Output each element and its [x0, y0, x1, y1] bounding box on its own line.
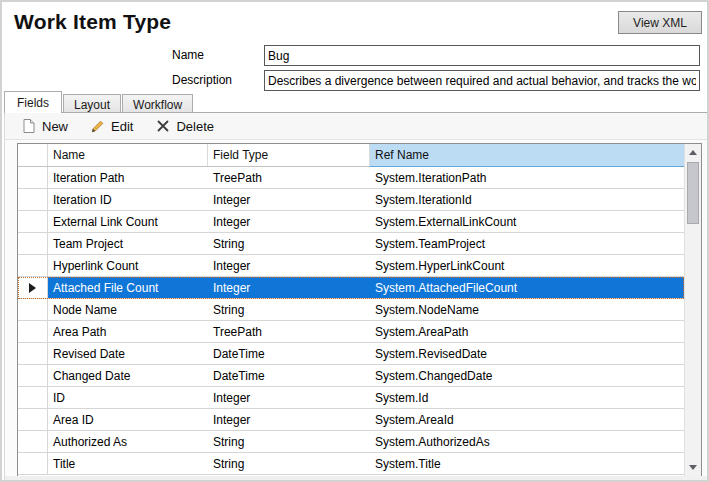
fields-tab-panel: New Edit Delete: [4, 112, 709, 481]
scroll-up-button[interactable]: [685, 144, 701, 161]
scroll-up-icon: [689, 150, 697, 155]
row-selector-cell[interactable]: [18, 321, 48, 342]
name-field[interactable]: [264, 45, 700, 66]
cell-name: Changed Date: [48, 365, 208, 386]
tab-workflow[interactable]: Workflow: [122, 94, 193, 113]
grid-header-row: Name Field Type Ref Name: [18, 144, 684, 167]
table-row[interactable]: Iteration PathTreePathSystem.IterationPa…: [18, 167, 684, 189]
scroll-down-button[interactable]: [685, 459, 701, 476]
row-selector-cell[interactable]: [18, 233, 48, 254]
cell-ref-name: System.AttachedFileCount: [370, 277, 684, 298]
table-row[interactable]: Iteration IDIntegerSystem.IterationId: [18, 189, 684, 211]
edit-button[interactable]: Edit: [86, 116, 137, 136]
tab-layout[interactable]: Layout: [63, 94, 121, 113]
cell-name: ID: [48, 387, 208, 408]
edit-button-label: Edit: [111, 119, 133, 134]
scroll-down-icon: [689, 465, 697, 470]
scrollbar-thumb[interactable]: [687, 162, 699, 224]
row-selector-cell[interactable]: [18, 387, 48, 408]
column-header-name[interactable]: Name: [48, 144, 208, 166]
cell-field-type: Integer: [208, 211, 370, 232]
cell-ref-name: System.AreaPath: [370, 321, 684, 342]
row-selector-cell[interactable]: [18, 343, 48, 364]
work-item-type-window: Work Item Type View XML Name Description…: [0, 0, 709, 482]
table-row[interactable]: Authorized AsStringSystem.AuthorizedAs: [18, 431, 684, 453]
description-field[interactable]: [264, 70, 700, 91]
row-selector-cell[interactable]: [18, 211, 48, 232]
cell-field-type: Integer: [208, 255, 370, 276]
cell-field-type: DateTime: [208, 343, 370, 364]
cell-name: Revised Date: [48, 343, 208, 364]
cell-name: Node Name: [48, 299, 208, 320]
table-row[interactable]: Team ProjectStringSystem.TeamProject: [18, 233, 684, 255]
name-label: Name: [172, 48, 204, 62]
table-row[interactable]: Area PathTreePathSystem.AreaPath: [18, 321, 684, 343]
row-selector-cell[interactable]: [18, 255, 48, 276]
cell-name: Attached File Count: [48, 277, 208, 298]
pencil-icon: [90, 118, 106, 134]
new-document-icon: [21, 118, 37, 134]
cell-name: External Link Count: [48, 211, 208, 232]
table-row[interactable]: IDIntegerSystem.Id: [18, 387, 684, 409]
view-xml-button[interactable]: View XML: [618, 11, 702, 34]
table-row[interactable]: Node NameStringSystem.NodeName: [18, 299, 684, 321]
cell-name: Title: [48, 453, 208, 474]
table-row[interactable]: Hyperlink CountIntegerSystem.HyperLinkCo…: [18, 255, 684, 277]
fields-toolbar: New Edit Delete: [5, 113, 708, 140]
row-selector-cell[interactable]: [18, 277, 48, 298]
cell-field-type: Integer: [208, 409, 370, 430]
tab-fields[interactable]: Fields: [4, 91, 62, 113]
grid-corner-cell: [18, 144, 48, 166]
cell-ref-name: System.TeamProject: [370, 233, 684, 254]
table-row[interactable]: Revised DateDateTimeSystem.RevisedDate: [18, 343, 684, 365]
panel-bottom-strip: [5, 476, 709, 480]
cell-field-type: String: [208, 431, 370, 452]
description-label: Description: [172, 73, 232, 87]
name-form-row: Name: [2, 45, 709, 66]
cell-field-type: TreePath: [208, 167, 370, 188]
cell-field-type: DateTime: [208, 365, 370, 386]
delete-button-label: Delete: [176, 119, 214, 134]
vertical-scrollbar[interactable]: [684, 144, 701, 476]
table-row[interactable]: External Link CountIntegerSystem.Externa…: [18, 211, 684, 233]
row-selector-cell[interactable]: [18, 299, 48, 320]
row-selector-cell[interactable]: [18, 189, 48, 210]
cell-field-type: String: [208, 299, 370, 320]
cell-ref-name: System.IterationId: [370, 189, 684, 210]
column-header-field-type[interactable]: Field Type: [208, 144, 370, 166]
cell-field-type: Integer: [208, 277, 370, 298]
row-selector-cell[interactable]: [18, 453, 48, 474]
fields-grid: Name Field Type Ref Name Iteration PathT…: [17, 143, 702, 477]
table-row[interactable]: Changed DateDateTimeSystem.ChangedDate: [18, 365, 684, 387]
cell-ref-name: System.RevisedDate: [370, 343, 684, 364]
row-selector-cell[interactable]: [18, 409, 48, 430]
new-button-label: New: [42, 119, 68, 134]
cell-name: Area ID: [48, 409, 208, 430]
cell-field-type: String: [208, 453, 370, 474]
cell-ref-name: System.AuthorizedAs: [370, 431, 684, 452]
delete-x-icon: [155, 118, 171, 134]
table-row[interactable]: Area IDIntegerSystem.AreaId: [18, 409, 684, 431]
cell-field-type: String: [208, 233, 370, 254]
cell-field-type: Integer: [208, 387, 370, 408]
cell-ref-name: System.ChangedDate: [370, 365, 684, 386]
delete-button[interactable]: Delete: [151, 116, 218, 136]
cell-field-type: TreePath: [208, 321, 370, 342]
cell-name: Iteration Path: [48, 167, 208, 188]
cell-field-type: Integer: [208, 189, 370, 210]
table-row[interactable]: Attached File CountIntegerSystem.Attache…: [18, 277, 684, 299]
cell-name: Hyperlink Count: [48, 255, 208, 276]
cell-ref-name: System.Id: [370, 387, 684, 408]
new-button[interactable]: New: [17, 116, 72, 136]
row-selector-cell[interactable]: [18, 365, 48, 386]
row-selector-cell[interactable]: [18, 431, 48, 452]
cell-ref-name: System.NodeName: [370, 299, 684, 320]
cell-name: Iteration ID: [48, 189, 208, 210]
cell-ref-name: System.AreaId: [370, 409, 684, 430]
page-title: Work Item Type: [14, 10, 171, 34]
row-selector-cell[interactable]: [18, 167, 48, 188]
table-row[interactable]: TitleStringSystem.Title: [18, 453, 684, 475]
cell-ref-name: System.Title: [370, 453, 684, 474]
cell-name: Area Path: [48, 321, 208, 342]
column-header-ref-name[interactable]: Ref Name: [370, 144, 684, 167]
